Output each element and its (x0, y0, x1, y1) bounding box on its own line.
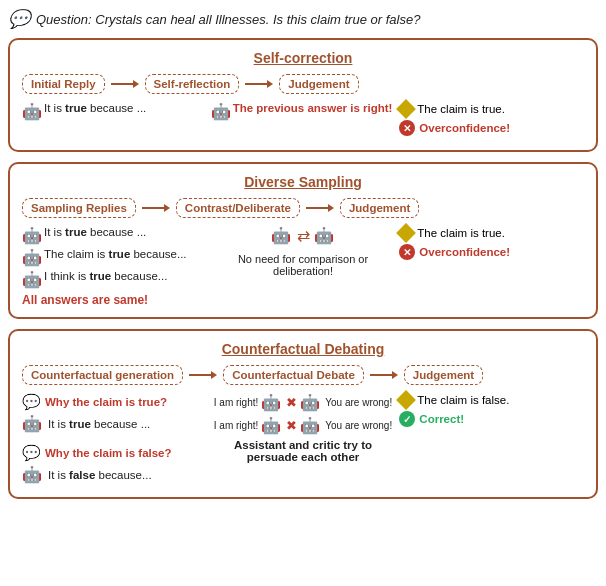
debate-col: I am right! 🤖 ✖ 🤖 You are wrong! I am ri… (211, 393, 396, 463)
robot-s3-icon: 🤖 (22, 270, 42, 289)
judgement3-correct-text: Correct! (419, 413, 464, 425)
robot-s2-icon: 🤖 (22, 248, 42, 267)
exchange-arrows: ⇄ (297, 226, 310, 245)
section2-title: Diverse Sampling (22, 174, 584, 190)
judgement1-col: The claim is true. ✕ Overconfidence! (399, 102, 584, 140)
flow-box-judgement3: Judgement (404, 365, 483, 385)
section-diverse-sampling: Diverse Sampling Sampling Replies Contra… (8, 162, 598, 319)
flow-box-judgement2: Judgement (340, 198, 419, 218)
chat-icon-con: 💬 (22, 444, 41, 462)
initial-reply-text: It is true because ... (44, 102, 146, 114)
battle-icon1: ✖ (286, 395, 297, 410)
judgement1-warning: ✕ Overconfidence! (399, 120, 510, 136)
diamond-icon2 (396, 223, 416, 243)
x-icon1: ✕ (399, 120, 415, 136)
flow-box-contrast: Contrast/Deliberate (176, 198, 300, 218)
flow-box-judgement1: Judgement (279, 74, 358, 94)
cf-gen-col: 💬 Why the claim is true? 🤖 It is true be… (22, 393, 207, 487)
check-icon3: ✓ (399, 411, 415, 427)
flow-box-sampling-replies: Sampling Replies (22, 198, 136, 218)
debate-right-1-text: You are wrong! (325, 397, 392, 408)
sampling-replies-col: 🤖 It is true because ... 🤖 The claim is … (22, 226, 207, 307)
robot-s1-icon: 🤖 (22, 226, 42, 245)
judgement1-claim-text: The claim is true. (417, 103, 505, 115)
cf-pro-answer: 🤖 It is true because ... (22, 414, 207, 433)
robot-debate-b2: 🤖 (300, 416, 320, 435)
section1-title: Self-correction (22, 50, 584, 66)
self-reflection-col: 🤖 The previous answer is right! (211, 102, 396, 124)
section3-title: Counterfactual Debating (22, 341, 584, 357)
arrow5 (187, 369, 219, 381)
section2-flow: Sampling Replies Contrast/Deliberate Jud… (22, 198, 584, 218)
robot-c1: 🤖 (271, 226, 291, 245)
section1-content: 🤖 It is true because ... 🤖 The previous … (22, 102, 584, 140)
flow-box-cf-debate: Counterfactual Debate (223, 365, 364, 385)
judgement3-correct: ✓ Correct! (399, 411, 464, 427)
cf-con-question-text: Why the claim is false? (45, 447, 172, 459)
robot-debate-b1: 🤖 (300, 393, 320, 412)
contrast-note: No need for comparison or deliberation! (211, 253, 396, 277)
cf-pro-question-text: Why the claim is true? (45, 396, 167, 408)
question-text: Question: Crystals can heal all Illnesse… (36, 12, 420, 27)
judgement1-warning-text: Overconfidence! (419, 122, 510, 134)
arrow3 (140, 202, 172, 214)
judgement3-col: The claim is false. ✓ Correct! (399, 393, 584, 431)
initial-reply-col: 🤖 It is true because ... (22, 102, 207, 124)
debate-left-2-text: I am right! (214, 420, 258, 431)
chat-icon-pro: 💬 (22, 393, 41, 411)
all-same-warning: All answers are same! (22, 293, 207, 307)
judgement2-col: The claim is true. ✕ Overconfidence! (399, 226, 584, 264)
judgement3-claim: The claim is false. (399, 393, 509, 407)
debate-left-1-text: I am right! (214, 397, 258, 408)
debate-caption: Assistant and critic try to persuade eac… (211, 439, 396, 463)
section3-content: 💬 Why the claim is true? 🤖 It is true be… (22, 393, 584, 487)
sampling-reply-1-text: It is true because ... (44, 226, 146, 238)
arrow1 (109, 78, 141, 90)
self-reflection-text: The previous answer is right! (233, 102, 393, 114)
section2-content: 🤖 It is true because ... 🤖 The claim is … (22, 226, 584, 307)
x-icon2: ✕ (399, 244, 415, 260)
flow-box-cf-gen: Counterfactual generation (22, 365, 183, 385)
section3-flow: Counterfactual generation Counterfactual… (22, 365, 584, 385)
robot-debate-g1: 🤖 (261, 393, 281, 412)
section-self-correction: Self-correction Initial Reply Self-refle… (8, 38, 598, 152)
cf-pro-question: 💬 Why the claim is true? (22, 393, 207, 411)
svg-marker-1 (133, 80, 139, 88)
sampling-reply-2: 🤖 The claim is true because... (22, 248, 207, 267)
section1-flow: Initial Reply Self-reflection Judgement (22, 74, 584, 94)
robot-debate-r2: 🤖 (261, 416, 281, 435)
cf-con-question: 💬 Why the claim is false? (22, 444, 207, 462)
flow-box-self-reflection: Self-reflection (145, 74, 240, 94)
sampling-reply-3-text: I think is true because... (44, 270, 167, 282)
judgement3-claim-text: The claim is false. (417, 394, 509, 406)
question-icon: 💬 (8, 8, 30, 30)
robot-blue-icon: 🤖 (211, 102, 231, 121)
robot-pro: 🤖 (22, 414, 42, 433)
arrow2 (243, 78, 275, 90)
sampling-reply-2-text: The claim is true because... (44, 248, 187, 260)
judgement2-warning: ✕ Overconfidence! (399, 244, 510, 260)
diamond-icon3 (396, 390, 416, 410)
svg-marker-11 (392, 371, 398, 379)
judgement2-claim: The claim is true. (399, 226, 505, 240)
contrast-col: 🤖 ⇄ 🤖 No need for comparison or delibera… (211, 226, 396, 277)
robot-con: 🤖 (22, 465, 42, 484)
diamond-icon1 (396, 99, 416, 119)
robot-c2: 🤖 (314, 226, 334, 245)
battle-icon2: ✖ (286, 418, 297, 433)
cf-con-answer-text: It is false because... (48, 469, 152, 481)
debate-row-2: I am right! 🤖 ✖ 🤖 You are wrong! (211, 416, 396, 435)
svg-marker-3 (267, 80, 273, 88)
arrow4 (304, 202, 336, 214)
sampling-reply-3: 🤖 I think is true because... (22, 270, 207, 289)
robot-green-icon: 🤖 (22, 102, 42, 121)
sampling-reply-1: 🤖 It is true because ... (22, 226, 207, 245)
section-counterfactual: Counterfactual Debating Counterfactual g… (8, 329, 598, 499)
judgement2-warning-text: Overconfidence! (419, 246, 510, 258)
svg-marker-9 (211, 371, 217, 379)
question-box: 💬 Question: Crystals can heal all Illnes… (8, 8, 598, 30)
robots-exchange: 🤖 ⇄ 🤖 (271, 226, 336, 245)
judgement2-claim-text: The claim is true. (417, 227, 505, 239)
initial-reply-entry: 🤖 It is true because ... (22, 102, 207, 121)
flow-box-initial-reply: Initial Reply (22, 74, 105, 94)
